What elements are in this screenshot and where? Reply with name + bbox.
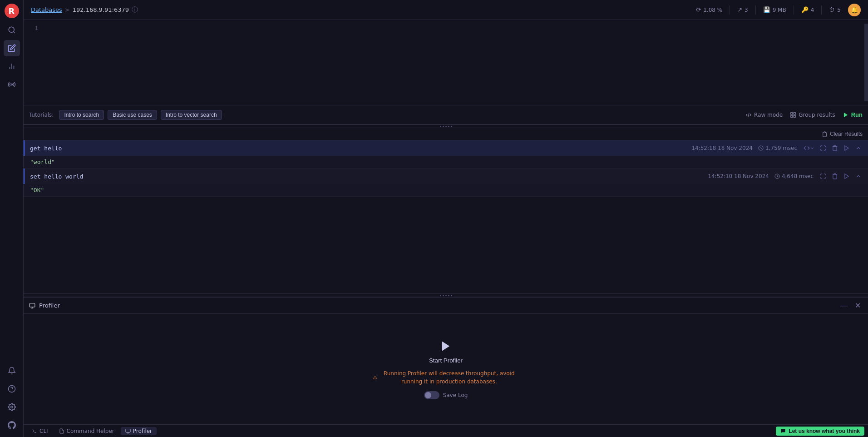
svg-rect-11 — [791, 115, 793, 117]
svg-marker-12 — [844, 112, 848, 117]
sidebar-item-analytics[interactable] — [4, 58, 20, 74]
start-profiler-button[interactable]: Start Profiler — [429, 339, 463, 364]
resize-dot — [443, 126, 444, 127]
sidebar: R — [0, 0, 24, 437]
info-icon[interactable]: ⓘ — [132, 6, 138, 14]
code-icon — [804, 145, 810, 151]
tab-profiler[interactable]: Profiler — [121, 427, 157, 435]
resize-handle-1[interactable] — [24, 124, 868, 128]
editor-textarea[interactable] — [42, 24, 864, 101]
toolbar: Tutorials: Intro to search Basic use cas… — [24, 105, 868, 124]
sidebar-item-settings[interactable] — [4, 399, 20, 415]
memory-stat: 💾 9 MB — [763, 6, 786, 13]
result-duration: 4,648 msec — [774, 173, 814, 179]
tutorial-intro-search-button[interactable]: Intro to search — [59, 110, 104, 120]
profiler-save-log: Save Log — [424, 391, 468, 399]
result-actions — [819, 172, 863, 180]
cli-tab-label: CLI — [39, 428, 48, 434]
result-value: "world" — [24, 156, 868, 168]
profiler-titlebar: Profiler — ✕ — [24, 298, 868, 314]
sidebar-item-workbench[interactable] — [4, 40, 20, 56]
tab-command-helper[interactable]: Command Helper — [54, 427, 119, 435]
resize-dots-2 — [439, 294, 453, 296]
result-value: "OK" — [24, 184, 868, 196]
databases-link[interactable]: Databases — [31, 6, 62, 13]
cli-icon — [32, 428, 37, 434]
start-profiler-label: Start Profiler — [429, 357, 463, 364]
raw-mode-button[interactable]: Raw mode — [745, 112, 783, 118]
collapse-button[interactable] — [854, 144, 863, 152]
feedback-button[interactable]: Let us know what you think — [776, 427, 864, 436]
sidebar-logo[interactable]: R — [5, 4, 19, 18]
trash-icon — [832, 173, 838, 179]
svg-rect-9 — [794, 112, 795, 114]
tab-cli[interactable]: CLI — [27, 427, 53, 435]
settings-icon — [8, 403, 16, 411]
feedback-label: Let us know what you think — [789, 428, 860, 434]
keys-stat: 🔑 4 — [801, 6, 814, 13]
sidebar-item-help[interactable] — [4, 381, 20, 397]
resize-dot — [440, 295, 441, 296]
command-helper-tab-label: Command Helper — [67, 428, 114, 434]
result-duration: 1,759 msec — [758, 145, 797, 151]
group-results-button[interactable]: Group results — [790, 112, 835, 118]
result-header-row[interactable]: set hello world 14:52:10 18 Nov 2024 4,6… — [24, 169, 868, 184]
replay-button[interactable] — [843, 172, 851, 180]
feedback-icon — [780, 428, 786, 434]
sidebar-item-pubsub[interactable] — [4, 76, 20, 93]
raw-mode-label: Raw mode — [754, 112, 783, 118]
keys-icon: 🔑 — [801, 6, 809, 13]
breadcrumb: Databases > 192.168.9.91:6379 ⓘ — [31, 6, 692, 14]
replay-button[interactable] — [843, 144, 851, 152]
play-icon — [843, 173, 850, 179]
bottom-bar: CLI Command Helper Profiler Let us know … — [24, 424, 868, 437]
sidebar-item-github[interactable] — [4, 417, 20, 433]
collapse-button[interactable] — [854, 172, 863, 180]
host-address: 192.168.9.91:6379 — [73, 6, 129, 13]
svg-rect-24 — [126, 429, 130, 432]
tutorial-intro-vector-search-button[interactable]: Intro to vector search — [161, 110, 222, 120]
chevron-down-icon — [810, 146, 814, 150]
save-log-label: Save Log — [443, 392, 468, 398]
profiler-close-button[interactable]: ✕ — [853, 300, 863, 311]
clear-results-button[interactable]: Clear Results — [822, 131, 863, 137]
delete-button[interactable] — [831, 144, 839, 152]
group-results-icon — [790, 112, 796, 118]
result-header-row[interactable]: get hello 14:52:18 18 Nov 2024 1,759 mse… — [24, 140, 868, 156]
fullscreen-button[interactable] — [819, 172, 827, 180]
start-play-icon — [439, 340, 452, 353]
save-log-toggle[interactable] — [424, 391, 439, 399]
run-button[interactable]: Run — [843, 111, 863, 118]
svg-marker-20 — [442, 342, 449, 351]
workbench-icon — [8, 44, 16, 52]
resize-dot — [440, 126, 441, 127]
svg-rect-8 — [791, 112, 793, 114]
clock-icon — [758, 145, 764, 151]
tutorial-basic-use-cases-button[interactable]: Basic use cases — [108, 110, 157, 120]
topbar-stats: ⟳ 1.08 % ↗ 3 💾 9 MB 🔑 4 ⏱ 5 � — [696, 4, 861, 16]
search-icon — [8, 26, 16, 34]
cpu-icon: ⟳ — [696, 6, 701, 13]
svg-point-0 — [9, 27, 14, 32]
sidebar-item-search[interactable] — [4, 22, 20, 38]
svg-point-7 — [10, 406, 13, 408]
clock-icon — [774, 174, 780, 179]
stat-divider-3 — [794, 5, 794, 15]
results-header: Clear Results — [24, 128, 868, 140]
delete-button[interactable] — [831, 172, 839, 180]
notification-bell[interactable]: 🔔 — [848, 4, 861, 16]
results-panel: Clear Results get hello 14:52:18 18 Nov … — [24, 128, 868, 293]
sidebar-item-alerts[interactable] — [4, 363, 20, 379]
fullscreen-button[interactable] — [819, 144, 827, 152]
profiler-minimize-button[interactable]: — — [838, 301, 849, 311]
stat-divider-1 — [730, 5, 730, 15]
resize-dot — [445, 126, 447, 127]
resize-handle-2[interactable] — [24, 293, 868, 297]
editor-scrollbar[interactable] — [864, 24, 868, 101]
profiler-tab-label: Profiler — [133, 428, 152, 434]
code-button[interactable] — [803, 144, 815, 152]
connections-stat: ↗ 3 — [737, 6, 748, 13]
profiler-tab-icon — [125, 428, 131, 434]
result-command: get hello — [30, 145, 686, 152]
connections-icon: ↗ — [737, 6, 742, 13]
